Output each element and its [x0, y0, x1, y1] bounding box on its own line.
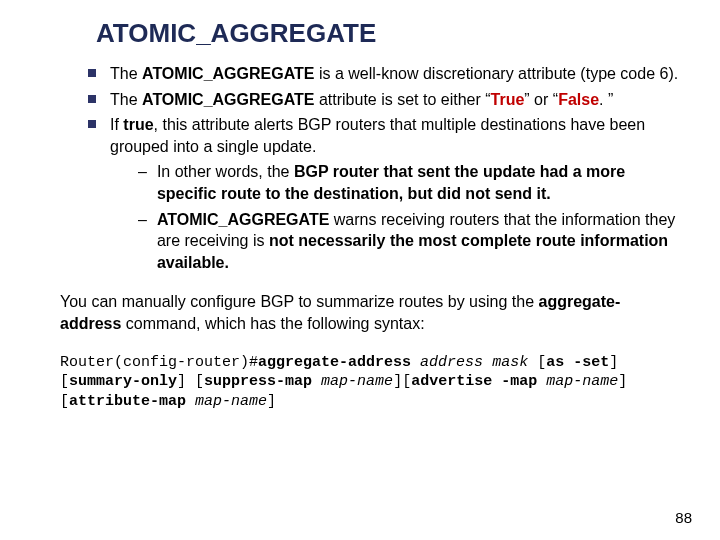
- code-keyword: attribute-map: [69, 393, 186, 410]
- text: The: [110, 65, 142, 82]
- slide: ATOMIC_AGGREGATE The ATOMIC_AGGREGATE is…: [0, 0, 720, 540]
- square-bullet-icon: [88, 69, 96, 77]
- dash-bullet-icon: –: [138, 161, 147, 204]
- text: ][: [393, 373, 411, 390]
- text: [312, 373, 321, 390]
- code-arg: map-name: [195, 393, 267, 410]
- text: ” or “: [524, 91, 558, 108]
- bold-term: ATOMIC_AGGREGATE: [142, 65, 314, 82]
- bullet-item: The ATOMIC_AGGREGATE attribute is set to…: [88, 89, 680, 111]
- text: [186, 393, 195, 410]
- text: ]: [267, 393, 276, 410]
- text: If: [110, 116, 123, 133]
- text: [: [528, 354, 546, 371]
- text: [537, 373, 546, 390]
- square-bullet-icon: [88, 120, 96, 128]
- text: [483, 354, 492, 371]
- bullet-item: If true, this attribute alerts BGP route…: [88, 114, 680, 157]
- bullet-item: The ATOMIC_AGGREGATE is a well-know disc…: [88, 63, 680, 85]
- text: In other words, the: [157, 163, 294, 180]
- text: . ”: [599, 91, 613, 108]
- bold-term: ATOMIC_AGGREGATE: [157, 211, 329, 228]
- bullet-text: The ATOMIC_AGGREGATE is a well-know disc…: [110, 63, 678, 85]
- code-arg: map-name: [546, 373, 618, 390]
- code-keyword: as -set: [546, 354, 609, 371]
- text: is a well-know discretionary attribute (…: [314, 65, 678, 82]
- prompt: Router(config-router)#: [60, 354, 258, 371]
- text: command, which has the following syntax:: [121, 315, 424, 332]
- sub-bullet-item: – In other words, the BGP router that se…: [138, 161, 680, 204]
- code-arg: address: [420, 354, 483, 371]
- code-keyword: suppress-map: [204, 373, 312, 390]
- bullet-text: ATOMIC_AGGREGATE warns receiving routers…: [157, 209, 680, 274]
- code-keyword: aggregate-address: [258, 354, 411, 371]
- slide-title: ATOMIC_AGGREGATE: [96, 18, 680, 49]
- code-arg: map-name: [321, 373, 393, 390]
- bold-term: true: [123, 116, 153, 133]
- dash-bullet-icon: –: [138, 209, 147, 274]
- code-keyword: advertise -map: [411, 373, 537, 390]
- text: , this attribute alerts BGP routers that…: [110, 116, 645, 155]
- sub-bullet-item: – ATOMIC_AGGREGATE warns receiving route…: [138, 209, 680, 274]
- bullet-list: The ATOMIC_AGGREGATE is a well-know disc…: [60, 63, 680, 273]
- text: ] [: [177, 373, 204, 390]
- code-keyword: summary-only: [69, 373, 177, 390]
- square-bullet-icon: [88, 95, 96, 103]
- text: You can manually configure BGP to summar…: [60, 293, 538, 310]
- bullet-text: The ATOMIC_AGGREGATE attribute is set to…: [110, 89, 613, 111]
- page-number: 88: [675, 509, 692, 526]
- code-block: Router(config-router)#aggregate-address …: [60, 353, 680, 412]
- paragraph: You can manually configure BGP to summar…: [60, 291, 680, 334]
- text: The: [110, 91, 142, 108]
- code-arg: mask: [492, 354, 528, 371]
- bullet-text: If true, this attribute alerts BGP route…: [110, 114, 680, 157]
- false-term: False: [558, 91, 599, 108]
- text: [411, 354, 420, 371]
- code-line: Router(config-router)#aggregate-address …: [60, 353, 680, 412]
- bullet-text: In other words, the BGP router that sent…: [157, 161, 680, 204]
- text: attribute is set to either “: [314, 91, 490, 108]
- true-term: True: [491, 91, 525, 108]
- bold-term: ATOMIC_AGGREGATE: [142, 91, 314, 108]
